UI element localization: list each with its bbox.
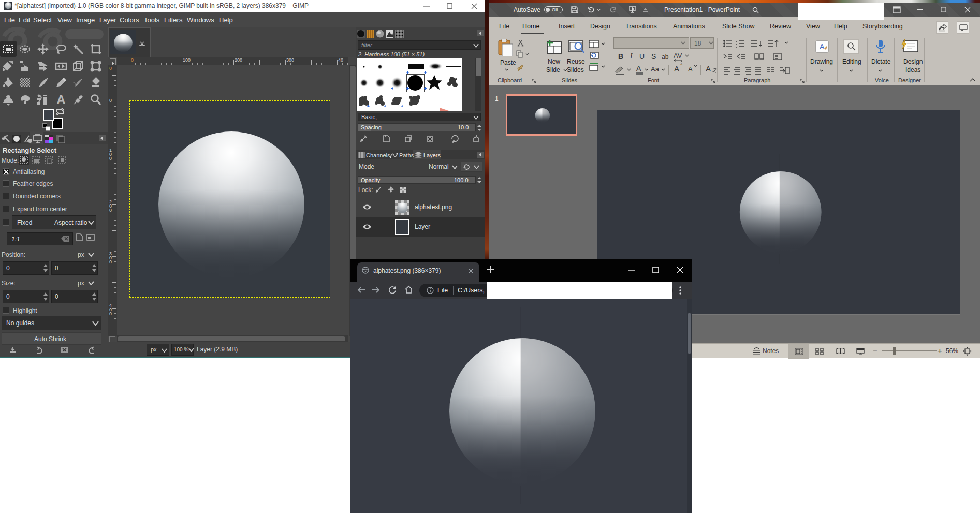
svg-text:A: A [56, 94, 65, 106]
svg-text:A: A [820, 42, 825, 51]
